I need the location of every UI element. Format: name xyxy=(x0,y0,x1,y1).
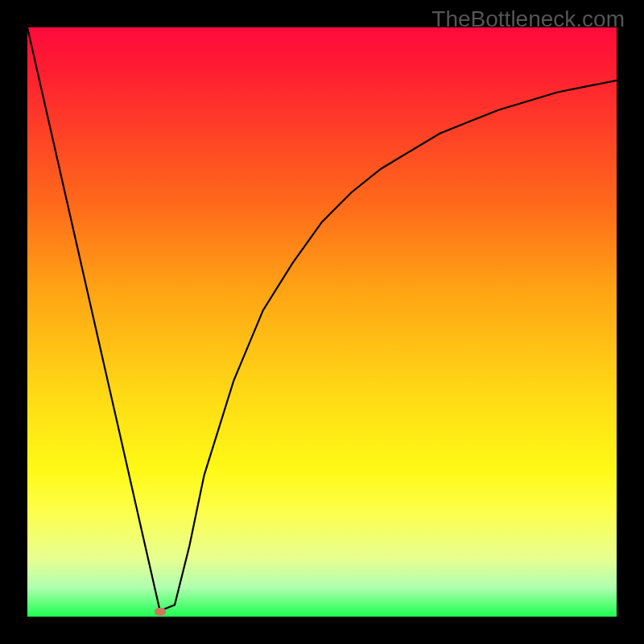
minimum-marker xyxy=(155,608,166,616)
bottleneck-curve xyxy=(27,27,617,617)
curve-path xyxy=(27,27,617,611)
chart-frame: TheBottleneck.com xyxy=(0,0,644,644)
